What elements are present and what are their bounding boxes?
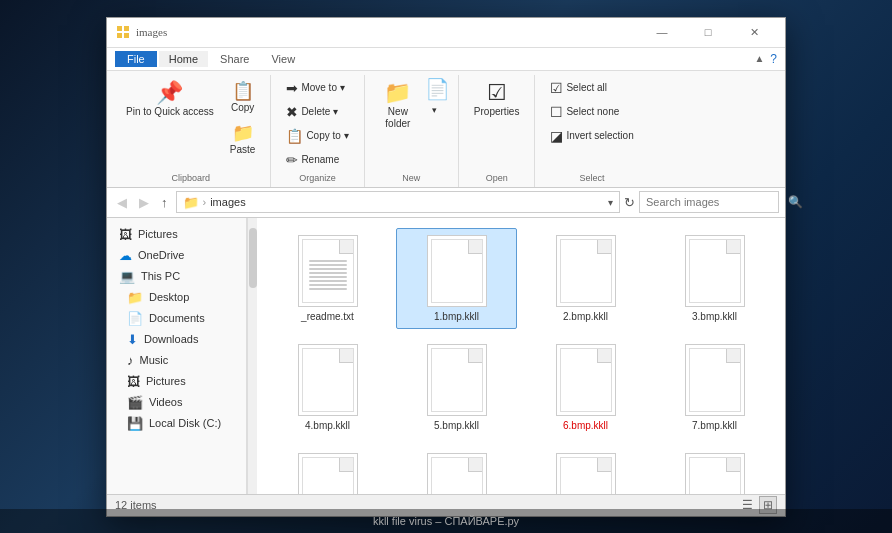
help-button[interactable]: ? xyxy=(770,52,777,66)
new-item-button[interactable]: ▾ xyxy=(425,102,450,118)
copy-to-icon: 📋 xyxy=(286,128,303,144)
tab-share[interactable]: Share xyxy=(210,51,259,67)
select-all-icon: ☑ xyxy=(550,80,563,96)
file-thumbnail xyxy=(685,235,745,307)
sidebar-item-documents[interactable]: 📄 Documents xyxy=(107,308,246,329)
desktop-icon: 📁 xyxy=(127,290,143,305)
file-area: _readme.txt1.bmp.kkll2.bmp.kkll3.bmp.kkl… xyxy=(257,218,785,494)
sidebar-item-pictures[interactable]: 🖼 Pictures xyxy=(107,371,246,392)
file-item[interactable]: 6.bmp.kkll xyxy=(525,337,646,438)
paste-button[interactable]: 📁 Paste xyxy=(223,119,263,160)
maximize-button[interactable]: □ xyxy=(685,17,731,47)
file-item[interactable]: 11.bmp.kkll xyxy=(654,446,775,494)
file-item[interactable]: 9.bmp.kkll xyxy=(396,446,517,494)
window-controls: — □ ✕ xyxy=(639,17,777,47)
minimize-button[interactable]: — xyxy=(639,17,685,47)
file-name: _readme.txt xyxy=(301,311,354,322)
paste-icon: 📁 xyxy=(232,124,254,142)
move-to-button[interactable]: ➡ Move to ▾ xyxy=(279,77,355,99)
pictures-fav-icon: 🖼 xyxy=(119,227,132,242)
sidebar-item-this-pc[interactable]: 💻 This PC xyxy=(107,266,246,287)
back-button[interactable]: ◀ xyxy=(113,193,131,212)
file-name: 4.bmp.kkll xyxy=(305,420,350,431)
sidebar-item-label: OneDrive xyxy=(138,249,184,261)
sidebar-scrollbar-thumb[interactable] xyxy=(249,228,257,288)
address-folder-icon: 📁 xyxy=(183,195,199,210)
file-item[interactable]: 4.bmp.kkll xyxy=(267,337,388,438)
file-thumbnail xyxy=(427,453,487,494)
downloads-icon: ⬇ xyxy=(127,332,138,347)
file-line xyxy=(309,268,347,270)
file-item[interactable]: 1.bmp.kkll xyxy=(396,228,517,329)
delete-icon: ✖ xyxy=(286,104,298,120)
forward-button[interactable]: ▶ xyxy=(135,193,153,212)
delete-dropdown-icon: ▾ xyxy=(333,106,338,117)
search-box: 🔍 xyxy=(639,191,779,213)
copy-button[interactable]: 📋 Copy xyxy=(223,77,263,118)
file-line xyxy=(309,276,347,278)
this-pc-icon: 💻 xyxy=(119,269,135,284)
address-dropdown-icon[interactable]: ▾ xyxy=(608,197,613,208)
sidebar: 🖼 Pictures ☁ OneDrive 💻 This PC 📁 Deskto… xyxy=(107,218,247,494)
file-item[interactable]: 7.bmp.kkll xyxy=(654,337,775,438)
bottom-text: kkll file virus – СПАЙВАРЕ.ру xyxy=(373,515,519,527)
pin-icon: 📌 xyxy=(156,82,183,104)
explorer-window: images — □ ✕ File Home Share View ▲ ? 📌 xyxy=(106,17,786,517)
onedrive-icon: ☁ xyxy=(119,248,132,263)
new-folder-icon: 📁 xyxy=(384,82,411,104)
videos-icon: 🎬 xyxy=(127,395,143,410)
tab-file[interactable]: File xyxy=(115,51,157,67)
sidebar-item-label: Music xyxy=(140,354,169,366)
sidebar-item-pictures-fav[interactable]: 🖼 Pictures xyxy=(107,224,246,245)
file-item[interactable]: 3.bmp.kkll xyxy=(654,228,775,329)
organize-buttons: ➡ Move to ▾ ✖ Delete ▾ 📋 Copy to ▾ xyxy=(279,77,355,171)
file-name: 3.bmp.kkll xyxy=(692,311,737,322)
select-none-button[interactable]: ☐ Select none xyxy=(543,101,640,123)
search-input[interactable] xyxy=(646,196,784,208)
file-item[interactable]: 10.bmp.kkll xyxy=(525,446,646,494)
ribbon-content: 📌 Pin to Quick access 📋 Copy 📁 Paste xyxy=(107,70,785,187)
tab-view[interactable]: View xyxy=(261,51,305,67)
select-all-button[interactable]: ☑ Select all xyxy=(543,77,640,99)
window-title: images xyxy=(136,26,167,38)
file-item[interactable]: 8.bmp.kkll xyxy=(267,446,388,494)
close-button[interactable]: ✕ xyxy=(731,17,777,47)
sidebar-item-onedrive[interactable]: ☁ OneDrive xyxy=(107,245,246,266)
organize-group: ➡ Move to ▾ ✖ Delete ▾ 📋 Copy to ▾ xyxy=(271,75,364,187)
copy-to-button[interactable]: 📋 Copy to ▾ xyxy=(279,125,355,147)
delete-button[interactable]: ✖ Delete ▾ xyxy=(279,101,355,123)
bottom-bar: kkll file virus – СПАЙВАРЕ.ру xyxy=(0,509,892,533)
sidebar-item-videos[interactable]: 🎬 Videos xyxy=(107,392,246,413)
pin-to-quick-button[interactable]: 📌 Pin to Quick access xyxy=(119,77,221,123)
new-folder-button[interactable]: 📁 Newfolder xyxy=(373,77,423,135)
properties-button[interactable]: ☑ Properties xyxy=(467,77,527,122)
file-thumbnail xyxy=(685,453,745,494)
new-buttons: 📁 Newfolder 📄 ▾ xyxy=(373,77,450,171)
file-line xyxy=(309,280,347,282)
file-thumbnail xyxy=(556,453,616,494)
rename-button[interactable]: ✏ Rename xyxy=(279,149,355,171)
sidebar-item-downloads[interactable]: ⬇ Downloads xyxy=(107,329,246,350)
refresh-button[interactable]: ↻ xyxy=(624,195,635,210)
file-thumbnail xyxy=(298,235,358,307)
new-item-large-icon[interactable]: 📄 xyxy=(425,77,450,101)
ribbon-tab-bar: File Home Share View ▲ ? xyxy=(107,48,785,70)
sidebar-item-label: Local Disk (C:) xyxy=(149,417,221,429)
sidebar-scrollbar[interactable] xyxy=(247,218,257,494)
tab-home[interactable]: Home xyxy=(159,51,208,67)
file-item[interactable]: 5.bmp.kkll xyxy=(396,337,517,438)
file-item[interactable]: _readme.txt xyxy=(267,228,388,329)
sidebar-item-desktop[interactable]: 📁 Desktop xyxy=(107,287,246,308)
address-input[interactable]: 📁 › images ▾ xyxy=(176,191,621,213)
title-bar: images — □ ✕ xyxy=(107,18,785,48)
file-name: 1.bmp.kkll xyxy=(434,311,479,322)
file-item[interactable]: 2.bmp.kkll xyxy=(525,228,646,329)
sidebar-item-local-disk[interactable]: 💾 Local Disk (C:) xyxy=(107,413,246,434)
documents-icon: 📄 xyxy=(127,311,143,326)
open-label: Open xyxy=(486,171,508,185)
up-button[interactable]: ↑ xyxy=(157,193,172,212)
file-thumbnail xyxy=(427,344,487,416)
ribbon-collapse[interactable]: ▲ xyxy=(754,53,764,64)
invert-selection-button[interactable]: ◪ Invert selection xyxy=(543,125,640,147)
sidebar-item-music[interactable]: ♪ Music xyxy=(107,350,246,371)
